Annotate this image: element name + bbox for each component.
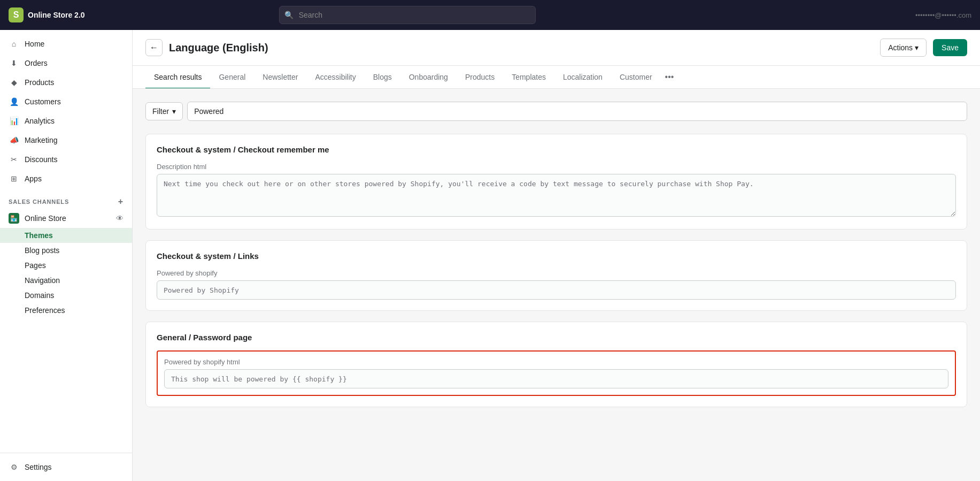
pages-label: Pages: [25, 261, 46, 270]
user-email: ••••••••@••••••.com: [915, 11, 971, 19]
home-icon: ⌂: [9, 39, 19, 49]
sidebar-sub-item-preferences[interactable]: Preferences: [0, 303, 132, 318]
sidebar: ⌂ Home ⬇ Orders ◆ Products 👤 Customers 📊…: [0, 30, 133, 481]
sidebar-sub-item-navigation[interactable]: Navigation: [0, 273, 132, 288]
products-icon: ◆: [9, 77, 19, 88]
sidebar-sub-item-domains[interactable]: Domains: [0, 288, 132, 303]
tab-more-icon[interactable]: •••: [661, 66, 678, 88]
field-powered-by-shopify-html[interactable]: [164, 369, 948, 388]
sidebar-item-products[interactable]: ◆ Products: [0, 73, 132, 92]
main-layout: ⌂ Home ⬇ Orders ◆ Products 👤 Customers 📊…: [0, 30, 980, 481]
back-button[interactable]: ←: [145, 39, 163, 56]
discounts-icon: ✂: [9, 154, 19, 165]
analytics-icon: 📊: [9, 116, 19, 126]
section-title-checkout-links: Checkout & system / Links: [157, 251, 956, 261]
sidebar-item-discounts[interactable]: ✂ Discounts: [0, 150, 132, 169]
apps-icon: ⊞: [9, 173, 19, 184]
tab-templates[interactable]: Templates: [503, 66, 554, 89]
filter-input[interactable]: [187, 102, 967, 121]
filter-bar: Filter ▾: [145, 102, 967, 121]
preferences-label: Preferences: [25, 306, 65, 315]
sidebar-label-customers: Customers: [25, 97, 61, 106]
page-header-right: Actions ▾ Save: [880, 39, 967, 57]
tab-customer[interactable]: Customer: [611, 66, 661, 89]
tab-localization[interactable]: Localization: [554, 66, 611, 89]
page-header: ← Language (English) Actions ▾ Save: [133, 30, 980, 66]
top-nav-right: ••••••••@••••••.com: [915, 11, 971, 19]
highlighted-field-wrapper: Powered by shopify html: [157, 350, 956, 396]
sidebar-item-online-store[interactable]: 🏪 Online Store 👁: [0, 209, 132, 228]
themes-label: Themes: [25, 231, 53, 240]
tab-general[interactable]: General: [210, 66, 254, 89]
filter-chevron-icon: ▾: [172, 107, 176, 116]
sidebar-settings: ⚙ Settings: [0, 453, 132, 481]
sidebar-label-orders: Orders: [25, 59, 48, 67]
tab-products[interactable]: Products: [457, 66, 503, 89]
page-title: Language (English): [169, 42, 268, 54]
domains-label: Domains: [25, 291, 54, 300]
sidebar-label-analytics: Analytics: [25, 117, 55, 125]
field-label-powered-by-shopify: Powered by shopify: [157, 269, 956, 277]
navigation-label: Navigation: [25, 276, 60, 285]
sidebar-nav: ⌂ Home ⬇ Orders ◆ Products 👤 Customers 📊…: [0, 30, 132, 322]
tab-accessibility[interactable]: Accessibility: [306, 66, 364, 89]
actions-label: Actions: [888, 43, 913, 52]
save-button[interactable]: Save: [933, 39, 967, 56]
section-checkout-links: Checkout & system / Links Powered by sho…: [145, 240, 967, 311]
page-header-left: ← Language (English): [145, 39, 268, 56]
blog-posts-label: Blog posts: [25, 246, 59, 255]
shopify-icon: S: [9, 7, 24, 22]
top-navigation: S Online Store 2.0 🔍 ••••••••@••••••.com: [0, 0, 980, 30]
search-input[interactable]: [279, 6, 536, 24]
tab-onboarding[interactable]: Onboarding: [400, 66, 457, 89]
sidebar-label-home: Home: [25, 40, 44, 48]
section-general-password: General / Password page Powered by shopi…: [145, 322, 967, 407]
main-content: Filter ▾ Checkout & system / Checkout re…: [133, 89, 980, 431]
sidebar-sub-item-blog-posts[interactable]: Blog posts: [0, 243, 132, 258]
field-label-powered-by-shopify-html: Powered by shopify html: [164, 358, 948, 366]
tab-newsletter[interactable]: Newsletter: [254, 66, 306, 89]
search-icon: 🔍: [284, 11, 294, 19]
sidebar-label-marketing: Marketing: [25, 136, 57, 144]
customers-icon: 👤: [9, 96, 19, 107]
app-logo: S Online Store 2.0: [9, 7, 85, 22]
sidebar-sub-item-themes[interactable]: Themes: [0, 228, 132, 243]
sidebar-label-discounts: Discounts: [25, 155, 57, 164]
marketing-icon: 📣: [9, 135, 19, 146]
app-name: Online Store 2.0: [28, 11, 85, 19]
field-powered-by-shopify[interactable]: [157, 280, 956, 300]
sidebar-sub-item-pages[interactable]: Pages: [0, 258, 132, 273]
filter-button[interactable]: Filter ▾: [145, 102, 183, 120]
sidebar-item-apps[interactable]: ⊞ Apps: [0, 169, 132, 188]
sidebar-label-products: Products: [25, 78, 54, 87]
search-container: 🔍: [279, 6, 536, 24]
add-sales-channel-icon[interactable]: +: [118, 197, 124, 207]
section-title-general-password: General / Password page: [157, 333, 956, 342]
sidebar-item-settings[interactable]: ⚙ Settings: [0, 457, 132, 477]
sidebar-item-marketing[interactable]: 📣 Marketing: [0, 131, 132, 150]
sidebar-item-customers[interactable]: 👤 Customers: [0, 92, 132, 111]
sales-channels-label: SALES CHANNELS: [9, 198, 69, 205]
settings-icon: ⚙: [9, 462, 19, 472]
online-store-label: Online Store: [25, 214, 66, 223]
save-label: Save: [942, 43, 959, 52]
tab-blogs[interactable]: Blogs: [365, 66, 400, 89]
orders-icon: ⬇: [9, 58, 19, 68]
content-area: ← Language (English) Actions ▾ Save Sear…: [133, 30, 980, 481]
actions-chevron-icon: ▾: [915, 43, 919, 52]
sidebar-item-analytics[interactable]: 📊 Analytics: [0, 111, 132, 131]
actions-button[interactable]: Actions ▾: [880, 39, 927, 57]
settings-label: Settings: [25, 463, 52, 471]
sidebar-item-home[interactable]: ⌂ Home: [0, 34, 132, 54]
field-description-html[interactable]: Next time you check out here or on other…: [157, 174, 956, 217]
eye-icon: 👁: [116, 214, 124, 223]
section-title-checkout-remember: Checkout & system / Checkout remember me: [157, 145, 956, 154]
online-store-icon: 🏪: [9, 213, 19, 224]
tab-search-results[interactable]: Search results: [145, 66, 210, 89]
section-checkout-remember: Checkout & system / Checkout remember me…: [145, 134, 967, 230]
field-label-description-html: Description html: [157, 163, 956, 171]
sidebar-item-orders[interactable]: ⬇ Orders: [0, 54, 132, 73]
sales-channels-section: SALES CHANNELS +: [0, 188, 132, 209]
sidebar-label-apps: Apps: [25, 174, 42, 183]
filter-label: Filter: [152, 107, 169, 116]
